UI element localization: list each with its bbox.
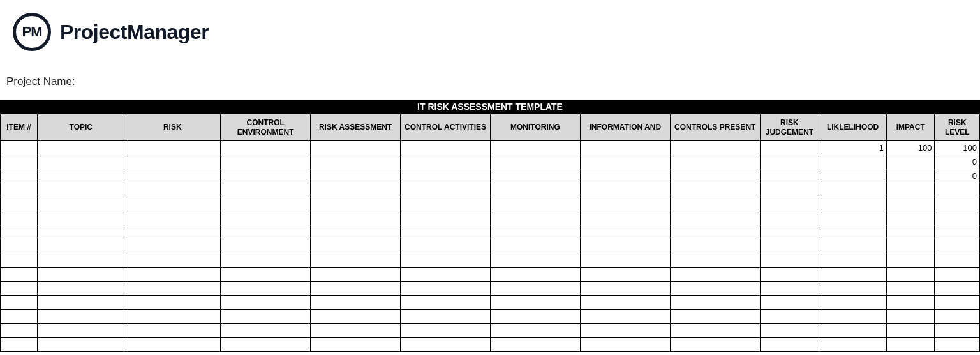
cell-impact[interactable]: [886, 183, 934, 197]
cell-ctrls_present[interactable]: [670, 197, 760, 211]
cell-impact[interactable]: [886, 282, 934, 296]
cell-info[interactable]: [580, 296, 670, 310]
cell-monitoring[interactable]: [490, 338, 580, 352]
cell-risk_assess[interactable]: [311, 282, 401, 296]
cell-item[interactable]: [1, 239, 38, 253]
cell-risk_judge[interactable]: [760, 268, 819, 282]
cell-topic[interactable]: [38, 183, 124, 197]
cell-item[interactable]: [1, 169, 38, 183]
cell-ctrl_env[interactable]: [221, 296, 311, 310]
cell-topic[interactable]: [38, 141, 124, 155]
cell-ctrls_present[interactable]: [670, 239, 760, 253]
cell-likelihood[interactable]: [819, 197, 887, 211]
cell-risk_judge[interactable]: [760, 253, 819, 268]
cell-likelihood[interactable]: [819, 253, 887, 268]
cell-ctrls_present[interactable]: [670, 169, 760, 183]
cell-risk_assess[interactable]: [311, 338, 401, 352]
cell-topic[interactable]: [38, 282, 124, 296]
cell-likelihood[interactable]: [819, 155, 887, 169]
cell-ctrl_env[interactable]: [221, 282, 311, 296]
cell-impact[interactable]: [886, 239, 934, 253]
cell-info[interactable]: [580, 282, 670, 296]
cell-monitoring[interactable]: [490, 296, 580, 310]
cell-risk_level[interactable]: [935, 197, 980, 211]
cell-risk_assess[interactable]: [311, 268, 401, 282]
cell-risk_assess[interactable]: [311, 296, 401, 310]
cell-ctrl_env[interactable]: [221, 324, 311, 338]
cell-risk[interactable]: [124, 155, 221, 169]
cell-ctrl_act[interactable]: [401, 183, 491, 197]
cell-impact[interactable]: [886, 296, 934, 310]
cell-info[interactable]: [580, 253, 670, 268]
cell-ctrl_act[interactable]: [401, 197, 491, 211]
cell-topic[interactable]: [38, 338, 124, 352]
cell-risk_level[interactable]: [935, 338, 980, 352]
cell-monitoring[interactable]: [490, 310, 580, 324]
cell-topic[interactable]: [38, 253, 124, 268]
cell-risk[interactable]: [124, 310, 221, 324]
cell-ctrls_present[interactable]: [670, 141, 760, 155]
cell-risk[interactable]: [124, 197, 221, 211]
cell-risk_judge[interactable]: [760, 324, 819, 338]
cell-topic[interactable]: [38, 268, 124, 282]
cell-impact[interactable]: [886, 169, 934, 183]
cell-risk[interactable]: [124, 239, 221, 253]
cell-ctrl_act[interactable]: [401, 338, 491, 352]
cell-risk[interactable]: [124, 296, 221, 310]
cell-ctrls_present[interactable]: [670, 324, 760, 338]
cell-ctrl_act[interactable]: [401, 225, 491, 239]
cell-ctrl_act[interactable]: [401, 282, 491, 296]
cell-risk_judge[interactable]: [760, 296, 819, 310]
cell-item[interactable]: [1, 268, 38, 282]
cell-risk_judge[interactable]: [760, 225, 819, 239]
cell-impact[interactable]: 100: [886, 141, 934, 155]
cell-info[interactable]: [580, 324, 670, 338]
cell-likelihood[interactable]: [819, 169, 887, 183]
cell-ctrl_env[interactable]: [221, 310, 311, 324]
cell-topic[interactable]: [38, 155, 124, 169]
cell-monitoring[interactable]: [490, 155, 580, 169]
cell-impact[interactable]: [886, 338, 934, 352]
cell-item[interactable]: [1, 338, 38, 352]
cell-info[interactable]: [580, 225, 670, 239]
cell-risk_level[interactable]: [935, 268, 980, 282]
cell-monitoring[interactable]: [490, 169, 580, 183]
cell-likelihood[interactable]: [819, 310, 887, 324]
cell-likelihood[interactable]: [819, 268, 887, 282]
cell-ctrl_env[interactable]: [221, 239, 311, 253]
cell-likelihood[interactable]: 1: [819, 141, 887, 155]
cell-risk_judge[interactable]: [760, 169, 819, 183]
cell-info[interactable]: [580, 155, 670, 169]
cell-risk[interactable]: [124, 183, 221, 197]
cell-impact[interactable]: [886, 155, 934, 169]
cell-risk_assess[interactable]: [311, 253, 401, 268]
cell-impact[interactable]: [886, 310, 934, 324]
cell-risk_judge[interactable]: [760, 239, 819, 253]
cell-ctrl_act[interactable]: [401, 169, 491, 183]
cell-item[interactable]: [1, 211, 38, 225]
cell-risk[interactable]: [124, 169, 221, 183]
cell-impact[interactable]: [886, 268, 934, 282]
cell-monitoring[interactable]: [490, 253, 580, 268]
cell-likelihood[interactable]: [819, 338, 887, 352]
cell-ctrls_present[interactable]: [670, 310, 760, 324]
cell-item[interactable]: [1, 155, 38, 169]
cell-impact[interactable]: [886, 197, 934, 211]
cell-risk_assess[interactable]: [311, 141, 401, 155]
cell-risk[interactable]: [124, 211, 221, 225]
cell-risk_level[interactable]: 0: [935, 155, 980, 169]
cell-risk_assess[interactable]: [311, 155, 401, 169]
cell-ctrl_act[interactable]: [401, 268, 491, 282]
cell-monitoring[interactable]: [490, 225, 580, 239]
cell-impact[interactable]: [886, 211, 934, 225]
cell-ctrl_env[interactable]: [221, 141, 311, 155]
cell-risk_judge[interactable]: [760, 211, 819, 225]
cell-ctrls_present[interactable]: [670, 183, 760, 197]
cell-risk[interactable]: [124, 141, 221, 155]
cell-ctrl_act[interactable]: [401, 155, 491, 169]
cell-ctrls_present[interactable]: [670, 253, 760, 268]
cell-item[interactable]: [1, 324, 38, 338]
cell-item[interactable]: [1, 183, 38, 197]
cell-topic[interactable]: [38, 225, 124, 239]
cell-monitoring[interactable]: [490, 282, 580, 296]
